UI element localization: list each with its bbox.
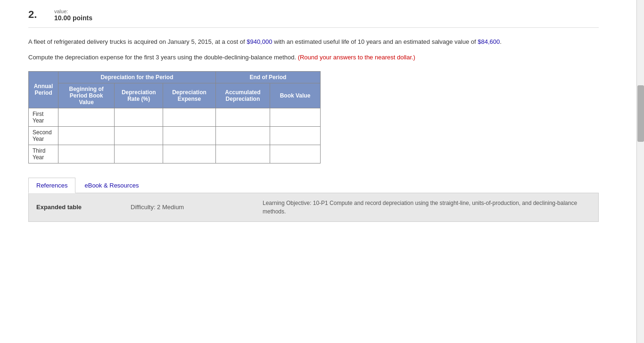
scrollbar-thumb[interactable] — [637, 85, 644, 142]
col-header-accumulated: Accumulated Depreciation — [215, 83, 270, 108]
input-second-rate[interactable] — [120, 132, 157, 139]
input-first-beginning[interactable] — [65, 114, 107, 121]
col-header-dep-rate: Depreciation Rate (%) — [115, 83, 163, 108]
input-first-expense[interactable] — [168, 114, 210, 121]
row-third-rate[interactable] — [115, 145, 163, 163]
table-row-first: First Year — [29, 108, 321, 126]
question-number: 2. — [28, 8, 45, 21]
row-second-beginning[interactable] — [58, 126, 115, 145]
row-first-rate[interactable] — [115, 108, 163, 126]
row-third-expense[interactable] — [163, 145, 216, 163]
input-second-bookvalue[interactable] — [274, 132, 316, 139]
tab-references[interactable]: References — [28, 178, 75, 193]
input-third-bookvalue[interactable] — [274, 150, 316, 157]
scrollbar[interactable] — [636, 0, 644, 343]
input-second-expense[interactable] — [168, 132, 210, 139]
tab-ebook-resources[interactable]: eBook & Resources — [76, 178, 147, 193]
row-first-bookvalue[interactable] — [270, 108, 320, 126]
question-text: A fleet of refrigerated delivery trucks … — [28, 37, 599, 47]
row-second-rate[interactable] — [115, 126, 163, 145]
references-section: References eBook & Resources Expanded ta… — [28, 178, 599, 222]
row-third-bookvalue[interactable] — [270, 145, 320, 163]
learning-obj-text: Learning Objective: 10-P1 Compute and re… — [263, 199, 591, 216]
depreciation-table: Annual Period Depreciation for the Perio… — [28, 71, 321, 163]
row-third-beginning[interactable] — [58, 145, 115, 163]
table-row-third: Third Year — [29, 145, 321, 163]
expanded-label: Expanded table — [36, 204, 131, 211]
input-third-beginning[interactable] — [65, 150, 107, 157]
col-header-annual-period: Annual Period — [29, 71, 58, 108]
input-first-accumulated[interactable] — [222, 114, 264, 121]
salvage-highlight: $84,600 — [478, 38, 500, 45]
cost-highlight: $940,000 — [247, 38, 272, 45]
page-wrapper: 2. value: 10.00 points A fleet of refrig… — [0, 0, 644, 343]
row-third-accumulated[interactable] — [215, 145, 270, 163]
points-value: 10.00 points — [54, 14, 92, 22]
col-header-book-value: Book Value — [270, 83, 320, 108]
input-second-beginning[interactable] — [65, 132, 107, 139]
col-header-dep-expense: Depreciation Expense — [163, 83, 216, 108]
row-third-period: Third Year — [29, 145, 58, 163]
input-first-rate[interactable] — [120, 114, 157, 121]
row-first-period: First Year — [29, 108, 58, 126]
row-second-expense[interactable] — [163, 126, 216, 145]
instruction-text: Compute the depreciation expense for the… — [28, 53, 599, 63]
row-first-expense[interactable] — [163, 108, 216, 126]
expanded-table-row: Expanded table Difficulty: 2 Medium Lear… — [28, 193, 599, 222]
row-second-accumulated[interactable] — [215, 126, 270, 145]
input-first-bookvalue[interactable] — [274, 114, 316, 121]
main-content: 2. value: 10.00 points A fleet of refrig… — [0, 0, 636, 227]
row-first-accumulated[interactable] — [215, 108, 270, 126]
question-meta: value: 10.00 points — [54, 8, 92, 22]
row-second-period: Second Year — [29, 126, 58, 145]
row-second-bookvalue[interactable] — [270, 126, 320, 145]
difficulty-text: Difficulty: 2 Medium — [131, 204, 263, 211]
row-first-beginning[interactable] — [58, 108, 115, 126]
table-row-second: Second Year — [29, 126, 321, 145]
col-header-depreciation-period: Depreciation for the Period — [58, 71, 216, 83]
instruction-normal: Compute the depreciation expense for the… — [28, 54, 298, 61]
tabs-bar: References eBook & Resources — [28, 178, 599, 193]
input-second-accumulated[interactable] — [222, 132, 264, 139]
question-body: A fleet of refrigerated delivery trucks … — [28, 37, 599, 63]
question-header: 2. value: 10.00 points — [28, 5, 599, 28]
input-third-expense[interactable] — [168, 150, 210, 157]
value-label: value: — [54, 8, 92, 14]
col-header-beginning: Beginning of Period Book Value — [58, 83, 115, 108]
input-third-accumulated[interactable] — [222, 150, 264, 157]
col-header-end-period: End of Period — [215, 71, 320, 83]
instruction-red: (Round your answers to the nearest dolla… — [298, 54, 415, 61]
input-third-rate[interactable] — [120, 150, 157, 157]
